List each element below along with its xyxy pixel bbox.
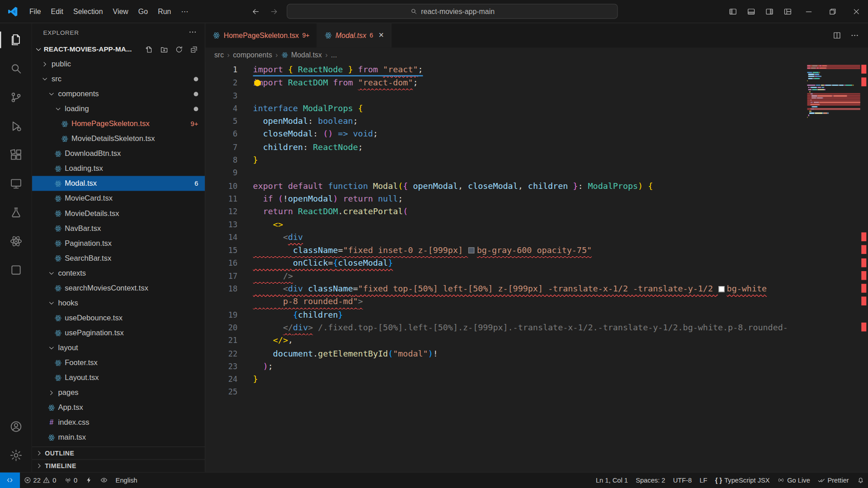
menu-view[interactable]: View: [108, 5, 133, 18]
folder-layout[interactable]: layout: [32, 340, 205, 355]
folder-contexts[interactable]: contexts: [32, 266, 205, 281]
tab-homepageskeleton-tsx[interactable]: HomePageSkeleton.tsx9+: [205, 23, 317, 47]
code-line[interactable]: 1import { ReactNode } from "react";: [205, 64, 807, 77]
minimap[interactable]: [807, 62, 860, 472]
toggle-panel-button[interactable]: [742, 0, 760, 23]
overview-ruler[interactable]: [860, 62, 868, 472]
code-line[interactable]: 8}: [205, 154, 807, 167]
activity-extensions[interactable]: [0, 141, 32, 169]
file-searchbar-tsx[interactable]: SearchBar.tsx: [32, 251, 205, 266]
code-line[interactable]: p-8 rounded-md">: [205, 296, 807, 309]
code-line[interactable]: 16 onClick={closeModal}: [205, 257, 807, 270]
timeline-section-header[interactable]: TIMELINE: [32, 459, 205, 472]
new-folder-button[interactable]: [157, 43, 170, 56]
explorer-root-folder[interactable]: REACT-MOVIES-APP-MA...: [32, 42, 205, 56]
command-center-search[interactable]: react-movies-app-main: [287, 4, 618, 19]
toggle-secondary-sidebar-button[interactable]: [760, 0, 778, 23]
explorer-more-button[interactable]: [188, 28, 197, 38]
file-usepagination-tsx[interactable]: usePagination.tsx: [32, 325, 205, 340]
status-notifications[interactable]: [853, 473, 868, 488]
menu-selection[interactable]: Selection: [68, 5, 108, 18]
status-preview[interactable]: [96, 473, 112, 488]
file-downloadbtn-tsx[interactable]: DownloadBtn.tsx: [32, 146, 205, 161]
collapse-folders-button[interactable]: [187, 43, 200, 56]
folder-loading[interactable]: loading: [32, 101, 205, 116]
file-modal-tsx[interactable]: Modal.tsx6: [32, 176, 205, 191]
new-file-button[interactable]: [142, 43, 156, 56]
status-cursor-position[interactable]: Ln 1, Col 1: [592, 473, 632, 488]
code-line[interactable]: 10export default function Modal({ openMo…: [205, 180, 807, 193]
file-moviecard-tsx[interactable]: MovieCard.tsx: [32, 191, 205, 206]
menu-run[interactable]: Run: [153, 5, 176, 18]
file-layout-tsx[interactable]: Layout.tsx: [32, 370, 205, 385]
close-tab-icon[interactable]: ×: [379, 31, 384, 40]
editor-more-button[interactable]: [847, 28, 862, 43]
status-problems[interactable]: 220: [19, 473, 60, 488]
breadcrumb-more[interactable]: ...: [331, 51, 337, 59]
activity-explorer[interactable]: [0, 25, 32, 54]
code-line[interactable]: 25: [205, 386, 807, 399]
file-usedebounce-tsx[interactable]: useDebounce.tsx: [32, 310, 205, 325]
status-spellcheck-language[interactable]: English: [112, 473, 141, 488]
code-line[interactable]: 24}: [205, 373, 807, 386]
folder-hooks[interactable]: hooks: [32, 296, 205, 310]
file-navbar-tsx[interactable]: NavBar.tsx: [32, 221, 205, 236]
status-eol[interactable]: LF: [696, 473, 711, 488]
activity-settings[interactable]: [0, 441, 32, 470]
status-ports[interactable]: 0: [60, 473, 81, 488]
code-line[interactable]: 20 </div> /.fixed.top-[50%].left-[50%].z…: [205, 321, 807, 334]
breadcrumb-src[interactable]: src: [214, 51, 224, 59]
folder-public[interactable]: public: [32, 56, 205, 71]
file-index-css[interactable]: #index.css: [32, 415, 205, 430]
file-moviedetailsskeleton-tsx[interactable]: MovieDetailsSkeleton.tsx: [32, 131, 205, 146]
tab-modal-tsx[interactable]: Modal.tsx6×: [317, 23, 392, 47]
code-line[interactable]: 15 className="fixed inset-0 z-[999px] bg…: [205, 244, 807, 257]
activity-search[interactable]: [0, 54, 32, 83]
file-searchmoviescontext-tsx[interactable]: searchMoviesContext.tsx: [32, 281, 205, 296]
code-line[interactable]: 7 children: ReactNode;: [205, 141, 807, 154]
status-lightning[interactable]: [81, 473, 97, 488]
activity-accounts[interactable]: [0, 412, 32, 441]
file-moviedetails-tsx[interactable]: MovieDetails.tsx: [32, 206, 205, 221]
code-line[interactable]: 4interface ModalProps {: [205, 102, 807, 115]
code-line[interactable]: 2import ReactDOM from "react-dom";: [205, 76, 807, 89]
folder-components[interactable]: components: [32, 86, 205, 101]
code-line[interactable]: 23 );: [205, 360, 807, 373]
code-line[interactable]: 6 closeModal: () => void;: [205, 128, 807, 141]
code-line[interactable]: 11 if (!openModal) return null;: [205, 192, 807, 206]
code-line[interactable]: 9: [205, 167, 807, 180]
breadcrumb-modal-tsx[interactable]: Modal.tsx: [281, 51, 322, 59]
code-editor[interactable]: 1import { ReactNode } from "react";2impo…: [205, 62, 807, 472]
code-line[interactable]: 3: [205, 89, 807, 103]
code-line[interactable]: 14 <div: [205, 231, 807, 244]
customize-layout-button[interactable]: [778, 0, 797, 23]
file-pagination-tsx[interactable]: Pagination.tsx: [32, 236, 205, 251]
file-main-tsx[interactable]: main.tsx: [32, 430, 205, 445]
menu-more[interactable]: ⋯: [176, 5, 193, 18]
restore-button[interactable]: [821, 0, 844, 23]
refresh-explorer-button[interactable]: [172, 43, 185, 56]
menu-edit[interactable]: Edit: [46, 5, 68, 18]
toggle-primary-sidebar-button[interactable]: [723, 0, 741, 23]
code-line[interactable]: 22 document.getElementById("modal")!: [205, 347, 807, 360]
activity-remote-explorer[interactable]: [0, 169, 32, 198]
forward-button[interactable]: [265, 3, 283, 20]
code-line[interactable]: 21 </>,: [205, 334, 807, 347]
status-encoding[interactable]: UTF-8: [669, 473, 696, 488]
close-button[interactable]: [844, 0, 868, 23]
activity-testing[interactable]: [0, 198, 32, 227]
code-line[interactable]: 17 />: [205, 270, 807, 283]
folder-pages[interactable]: pages: [32, 385, 205, 400]
status-language-mode[interactable]: { }TypeScript JSX: [711, 473, 774, 488]
activity-live-preview[interactable]: [0, 256, 32, 285]
menu-file[interactable]: File: [24, 5, 46, 18]
split-editor-button[interactable]: [829, 28, 844, 43]
file-loading-tsx[interactable]: Loading.tsx: [32, 161, 205, 176]
activity-react-tools[interactable]: [0, 227, 32, 256]
code-line[interactable]: 19 {children}: [205, 309, 807, 322]
file-app-tsx[interactable]: App.tsx: [32, 400, 205, 415]
code-line[interactable]: 5 openModal: boolean;: [205, 115, 807, 128]
status-prettier[interactable]: Prettier: [814, 473, 853, 488]
activity-source-control[interactable]: [0, 83, 32, 112]
code-line[interactable]: 13 <>: [205, 218, 807, 231]
